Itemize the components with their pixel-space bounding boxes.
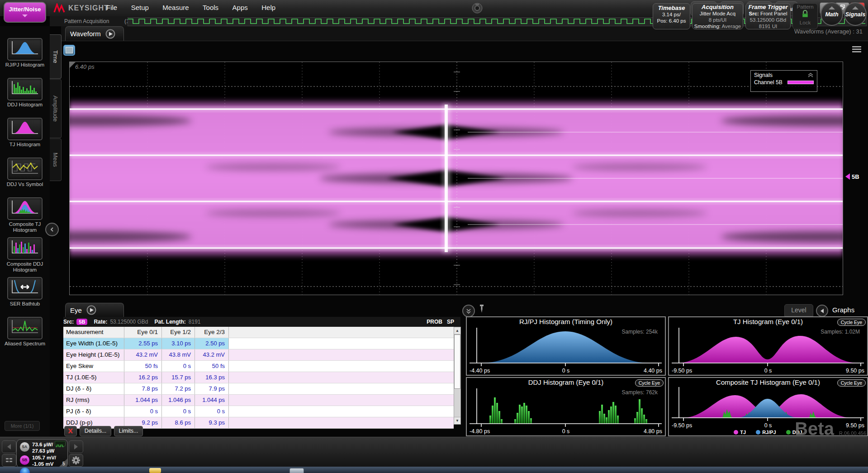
panel-tj-histogram[interactable]: TJ Histogram (Eye 0/1) Cycle Eye Samples… [668,316,868,376]
signals-legend-channel: Channel 5B [754,79,783,86]
tj-legend-dot [734,430,738,435]
sidebar-item-ddj-histogram[interactable]: DDJ Histogram [0,78,50,118]
collapse-panel-button[interactable] [462,305,475,317]
channel-5b-value1: 105.7 mV/ [32,454,56,461]
channel-grid-button[interactable] [2,454,16,467]
tab-graphs[interactable]: Graphs [832,306,865,314]
sidebar-item-ser-bathtub[interactable]: SER Bathtub [0,277,50,317]
channel-marker-5b[interactable]: 5B [845,173,859,180]
signals-label: Signals [845,11,866,18]
col-eye23: Eye 2/3 [194,327,228,338]
menu-bar: File Setup Measure Tools Apps Help [100,0,281,15]
trigger-rate: 53.125000 GBd [746,17,790,23]
sidebar-item-composite-ddj-histogram[interactable]: Composite DDJ Histogram [0,237,50,277]
start-button[interactable] [20,468,30,473]
channel-settings-gear-icon[interactable] [69,454,83,467]
sidebar-item-tj-histogram[interactable]: TJ Histogram [0,118,50,158]
pattern-lock-panel[interactable]: Pattern Lock [792,3,818,29]
timebase-position: Pos: 6.40 ps [653,18,690,24]
tab-eye-label: Eye [70,306,82,314]
math-button[interactable]: Math [821,2,843,26]
camera-icon[interactable] [471,3,483,15]
signals-legend-title: Signals [754,72,773,78]
details-button[interactable]: Details... [80,426,111,436]
collapse-sidebar-button[interactable] [45,223,59,236]
taskbar-folder-icon[interactable] [149,468,161,473]
up-arrow-icon [829,6,835,10]
more-graphs-button[interactable]: More (1/1) [5,421,40,431]
sidebar-item-composite-tj-histogram[interactable]: Composite TJ Histogram [0,197,50,237]
scroll-up-button[interactable]: ▲ [454,327,460,334]
acquisition-title: Acquisition [693,4,743,10]
panel-ddj-histogram[interactable]: DDJ Histogram (Eye 0/1) Cycle Eye Sample… [466,377,666,436]
prob-indicator: PROB [427,319,442,325]
channel-5a-badge[interactable]: 5A [20,442,29,452]
source-badge[interactable]: 5B [76,319,87,325]
signals-legend[interactable]: Signals Channel 5B [750,70,817,92]
menu-setup[interactable]: Setup [125,0,155,15]
channel-5b-badge[interactable]: 5B [20,455,29,465]
pat-length-label: Pat. Length: [155,319,186,325]
tab-level[interactable]: Level [784,304,813,316]
menu-file[interactable]: File [100,0,123,15]
table-row[interactable]: PJ (δ - δ) 0 s 0 s 0 s [63,406,454,417]
sidebar-item-label: SER Bathtub [0,301,50,307]
signals-button[interactable]: Signals [844,2,867,26]
play-icon[interactable] [86,305,96,315]
acquisition-points: 8 pts/UI [693,17,743,23]
sidebar-item-rjpj-histogram[interactable]: RJ/PJ Histogram [0,38,50,78]
prev-channel-button[interactable] [2,440,16,453]
taskbar-window-button[interactable] [289,468,304,473]
eye-diagram-display[interactable]: 6.40 ps Signals Channel 5B [69,62,843,295]
panel-rjpj-histogram[interactable]: RJ/PJ Histogram (Timing Only) Samples: 2… [466,316,666,376]
table-row[interactable]: Eye Height (1.0E-5) 43.2 mV 43.8 mV 43.2… [63,349,454,361]
play-icon[interactable] [105,29,115,39]
menu-help[interactable]: Help [256,0,281,15]
scrollbar-thumb[interactable] [454,334,460,389]
sidebar-item-aliased-spectrum[interactable]: Aliased Spectrum [0,317,50,357]
zoom-mode-button[interactable] [63,45,75,56]
app-mode-label: Jitter/Noise [5,3,45,16]
tab-eye[interactable]: Eye [65,303,124,317]
timebase-panel[interactable]: Timebase 3.14 ps/ Pos: 6.40 ps [653,3,690,29]
menu-tools[interactable]: Tools [197,0,224,15]
tab-amplitude[interactable]: Amplitude [50,79,62,138]
frame-trigger-panel[interactable]: Frame Trigger Src: Front Panel 53.125000… [745,3,791,29]
collapse-up-icon[interactable] [807,72,814,78]
os-taskbar[interactable] [0,467,868,473]
acquisition-panel[interactable]: Acquisition Jitter Mode Acq 8 pts/UI Smo… [692,3,743,29]
tab-meas[interactable]: Meas [50,139,62,181]
sp-indicator: SP [447,319,454,325]
acquisition-mode: Jitter Mode Acq [693,10,743,17]
prev-panel-button[interactable] [816,305,828,317]
menu-apps[interactable]: Apps [227,0,254,15]
pin-icon[interactable] [479,304,485,315]
tab-time[interactable]: Time [50,34,62,79]
table-scrollbar[interactable]: ▲ ▼ [454,327,461,425]
table-row[interactable]: Eye Skew 50 fs 0 s 50 fs [63,361,454,372]
composite-histogram [669,385,867,421]
sidebar-item-ddj-vs-symbol[interactable]: DDJ Vs Symbol [0,158,50,197]
math-label: Math [821,11,842,18]
table-row[interactable]: RJ (rms) 1.044 ps 1.046 ps 1.044 ps [63,395,454,406]
col-eye12: Eye 1/2 [161,327,194,338]
next-channel-button[interactable] [69,440,83,453]
table-row[interactable]: Eye Width (1.0E-5) 2.55 ps 3.10 ps 2.50 … [63,338,454,349]
app-mode-button[interactable]: Jitter/Noise [4,2,46,23]
pattern-acquisition-label: Pattern Acquisition [64,18,109,24]
close-table-button[interactable] [64,426,77,436]
menu-measure[interactable]: Measure [157,0,194,15]
gaussian-blue-icon [10,39,40,56]
tab-waveform[interactable]: Waveform [65,26,124,41]
scroll-down-button[interactable]: ▼ [454,417,460,424]
eye-source-info-bar: Src: 5B Rate: 53.125000 GBd Pat. Length:… [63,317,460,327]
src-label: Src: [63,319,74,325]
channel-readout-panel[interactable]: 5A 73.6 µW/ 27.63 µW 5B 105.7 mV/ -1.05 … [16,439,68,468]
sidebar-item-label: Composite TJ Histogram [0,221,50,233]
limits-button[interactable]: Limits... [114,426,143,436]
table-row[interactable]: DJ (δ - δ) 7.8 ps 7.2 ps 7.9 ps [63,383,454,395]
plot-menu-icon[interactable] [852,46,861,55]
table-row[interactable]: TJ (1.0E-5) 16.2 ps 15.7 ps 16.3 ps [63,372,454,383]
composite-histogram-icon [10,198,40,215]
sidebar-item-label: Aliased Spectrum [0,341,50,347]
